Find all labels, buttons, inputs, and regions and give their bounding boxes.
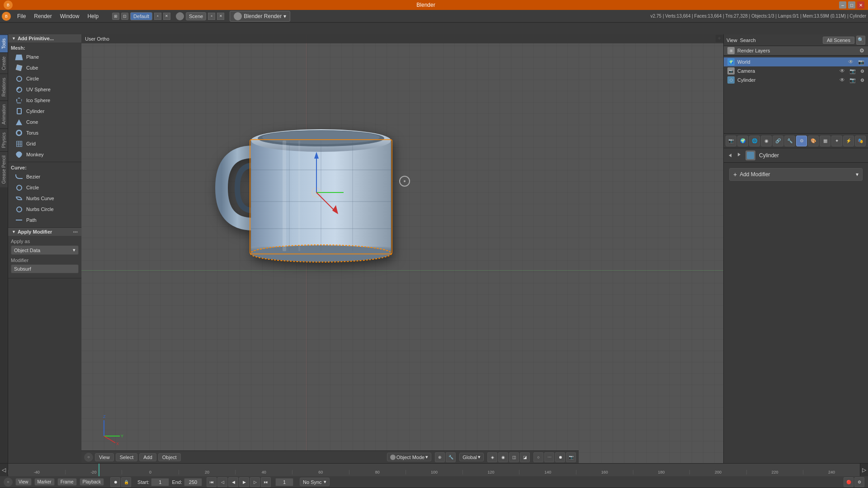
- object-mode-selector[interactable]: Object Mode ▾: [387, 453, 431, 461]
- maximize-button[interactable]: □: [848, 1, 855, 9]
- apply-modifier-header[interactable]: ▼ Apply Modifier •••: [8, 228, 81, 236]
- minimize-button[interactable]: –: [839, 1, 846, 9]
- timeline-playback-btn[interactable]: Playback: [80, 478, 104, 486]
- prop-icon-texture[interactable]: ▦: [820, 136, 830, 146]
- prop-icon-anim[interactable]: 🎭: [855, 136, 866, 146]
- view-solid-icon[interactable]: ◉: [498, 452, 508, 462]
- modifier-input[interactable]: [11, 264, 79, 273]
- jump-end-btn[interactable]: ⏭: [261, 477, 271, 487]
- view-wire-icon[interactable]: ◫: [509, 452, 519, 462]
- prop-icon-object[interactable]: ◉: [761, 136, 772, 146]
- record-icon[interactable]: ⏺: [555, 452, 565, 462]
- timeline-icon-1[interactable]: 🔴: [844, 477, 854, 487]
- start-frame-field[interactable]: 1: [151, 478, 169, 486]
- jump-start-btn[interactable]: ⏮: [207, 477, 217, 487]
- primitive-path[interactable]: Path: [8, 215, 81, 225]
- outliner-item-cylinder[interactable]: ⬡ Cylinder 👁 📷 ⚙: [724, 75, 868, 84]
- primitive-circle[interactable]: Circle: [8, 73, 81, 84]
- step-back-btn[interactable]: ◁: [217, 477, 227, 487]
- side-tab-physics[interactable]: Physics: [0, 128, 8, 151]
- camera-settings-icon[interactable]: ⚙: [860, 69, 864, 74]
- cylinder-visibility-icon[interactable]: 👁: [840, 77, 845, 83]
- primitive-plane[interactable]: Plane: [8, 52, 81, 62]
- apply-as-dropdown[interactable]: Object Data ▾: [11, 245, 79, 255]
- play-record-icon[interactable]: ⏺: [110, 477, 120, 487]
- prop-icon-particles[interactable]: ✦: [831, 136, 842, 146]
- camera-render-icon[interactable]: 📷: [849, 68, 856, 74]
- scene-add-icon[interactable]: +: [208, 13, 215, 20]
- timeline-icon-2[interactable]: ⚙: [854, 477, 864, 487]
- prop-icon-world[interactable]: 🌐: [749, 136, 760, 146]
- render-layers-settings-icon[interactable]: ⚙: [859, 47, 864, 54]
- primitive-icosphere[interactable]: Ico Sphere: [8, 95, 81, 106]
- prop-nav-back[interactable]: [727, 153, 733, 158]
- cylinder-render-icon[interactable]: 📷: [849, 77, 856, 83]
- prop-icon-material[interactable]: 🎨: [808, 136, 819, 146]
- onionskin-icon[interactable]: ⋯: [544, 452, 554, 462]
- search-label[interactable]: Search: [740, 38, 756, 43]
- camera-view-icon[interactable]: 📷: [566, 452, 576, 462]
- timeline-frame-btn[interactable]: Frame: [57, 478, 77, 486]
- workspace-add-icon[interactable]: +: [154, 13, 161, 20]
- view-menu-btn[interactable]: View: [95, 453, 114, 461]
- pivot-icon[interactable]: ⊕: [435, 452, 445, 462]
- viewport[interactable]: User Ortho: [81, 34, 723, 463]
- side-tab-animation[interactable]: Animation: [0, 100, 8, 128]
- camera-visibility-icon[interactable]: 👁: [840, 68, 845, 74]
- side-tab-grease-pencil[interactable]: Grease Pencil: [0, 151, 8, 188]
- primitive-torus[interactable]: Torus: [8, 127, 81, 138]
- close-button[interactable]: ✕: [857, 1, 864, 9]
- primitive-curve-circle[interactable]: Circle: [8, 182, 81, 193]
- prop-nav-forward[interactable]: [736, 152, 742, 159]
- view-label[interactable]: View: [726, 38, 737, 43]
- transform-widget[interactable]: [289, 147, 344, 220]
- prop-icon-data[interactable]: ⚙: [796, 136, 807, 146]
- transform-orientation-selector[interactable]: Global ▾: [459, 453, 484, 461]
- prop-icon-scene[interactable]: 🌍: [737, 136, 748, 146]
- menu-item-window[interactable]: Window: [57, 12, 83, 21]
- timeline-marker-btn[interactable]: Marker: [34, 478, 55, 486]
- primitive-bezier[interactable]: Bezier: [8, 171, 81, 182]
- prop-icon-modifiers[interactable]: 🔧: [784, 136, 795, 146]
- prop-icon-physics[interactable]: ⚡: [843, 136, 854, 146]
- timeline-view-btn[interactable]: View: [15, 478, 32, 486]
- view-rendered-icon[interactable]: ◪: [520, 452, 530, 462]
- menu-item-render[interactable]: Render: [30, 12, 55, 21]
- primitive-cylinder[interactable]: Cylinder: [8, 106, 81, 117]
- current-frame-field[interactable]: 1: [275, 478, 293, 486]
- scene-selector[interactable]: Scene: [186, 12, 206, 20]
- primitive-monkey[interactable]: Monkey: [8, 149, 81, 160]
- lock-icon[interactable]: 🔒: [121, 477, 131, 487]
- render-engine-selector[interactable]: Blender Render ▾: [230, 11, 290, 22]
- play-btn[interactable]: ▶: [239, 477, 249, 487]
- outliner-item-world[interactable]: 🌍 World 👁 📷: [724, 57, 868, 66]
- scene-remove-icon[interactable]: ✕: [217, 13, 224, 20]
- outliner-item-camera[interactable]: 📷 Camera 👁 📷 ⚙: [724, 66, 868, 75]
- render-layers-item[interactable]: ⊞ Render Layers ⚙: [724, 46, 868, 56]
- outliner-search-icon[interactable]: 🔍: [856, 36, 865, 45]
- timeline-ruler[interactable]: -40 -20 0 20 40 60 80 100 120 140 160 18…: [8, 464, 860, 476]
- primitive-nurbs-circle[interactable]: Nurbs Circle: [8, 204, 81, 215]
- view-shading-icon[interactable]: ◈: [487, 452, 497, 462]
- primitive-uvsphere[interactable]: UV Sphere: [8, 84, 81, 95]
- add-primitive-header[interactable]: ▼ Add Primitive...: [8, 34, 81, 42]
- cylinder-settings-icon[interactable]: ⚙: [860, 78, 864, 83]
- side-tab-create[interactable]: Create: [0, 52, 8, 74]
- primitive-grid[interactable]: Grid: [8, 138, 81, 149]
- viewport-context-icon[interactable]: ○: [84, 453, 93, 462]
- sync-mode-selector[interactable]: No Sync ▾: [300, 478, 330, 486]
- timeline-left-btn[interactable]: ◁: [0, 464, 8, 476]
- menu-item-file[interactable]: File: [14, 12, 29, 21]
- primitive-nurbs-curve[interactable]: Nurbs Curve: [8, 193, 81, 204]
- snap-icon[interactable]: 🔧: [446, 452, 456, 462]
- workspace-remove-icon[interactable]: ✕: [163, 13, 170, 20]
- timeline-right-btn[interactable]: ▷: [860, 464, 868, 476]
- select-menu-btn[interactable]: Select: [116, 453, 138, 461]
- all-scenes-selector[interactable]: All Scenes: [823, 37, 854, 44]
- primitive-cone[interactable]: Cone: [8, 117, 81, 127]
- add-modifier-button[interactable]: + Add Modifier ▾: [729, 168, 863, 181]
- workspace-selector[interactable]: Default: [130, 12, 152, 20]
- menu-item-help[interactable]: Help: [84, 12, 102, 21]
- play-reverse-btn[interactable]: ◀: [228, 477, 238, 487]
- prop-icon-render[interactable]: 📷: [726, 136, 736, 146]
